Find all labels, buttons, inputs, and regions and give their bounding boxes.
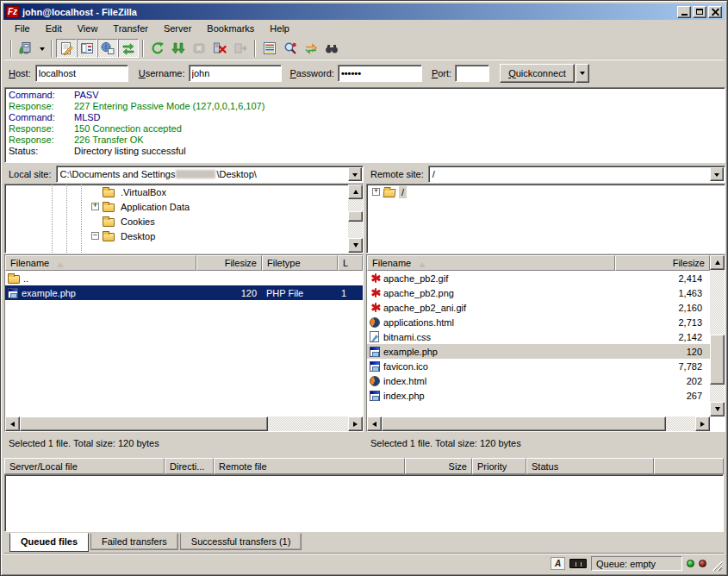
column-header-filesize[interactable]: Filesize: [196, 255, 262, 271]
file-row[interactable]: index.php 267: [367, 388, 710, 403]
encryption-indicator-icon[interactable]: [569, 559, 587, 568]
file-row-parent-dir[interactable]: ..: [5, 271, 363, 285]
expand-icon[interactable]: [91, 203, 99, 210]
tree-item-virtualbox[interactable]: .VirtualBox: [5, 185, 363, 199]
menu-edit[interactable]: Edit: [38, 22, 70, 35]
file-row-example-php[interactable]: example.php 120: [367, 344, 710, 359]
column-header-size[interactable]: Size: [405, 458, 472, 474]
scroll-left-button[interactable]: [367, 416, 382, 431]
column-header-filetype[interactable]: Filetype: [262, 255, 338, 271]
remote-site-dropdown-button[interactable]: [710, 167, 724, 181]
menu-help[interactable]: Help: [262, 22, 297, 35]
tree-item-desktop[interactable]: Desktop: [5, 229, 363, 243]
file-row[interactable]: favicon.ico 7,782: [367, 359, 710, 373]
refresh-button[interactable]: [147, 39, 168, 58]
filter-icon: [263, 41, 277, 55]
data-type-indicator-icon[interactable]: [551, 557, 565, 570]
filter-button[interactable]: [259, 39, 280, 58]
file-row[interactable]: applications.html 2,713: [367, 315, 710, 329]
collapse-icon[interactable]: [91, 232, 99, 240]
transfer-queue-icon: [121, 41, 135, 55]
menu-transfer[interactable]: Transfer: [105, 22, 156, 35]
local-tree-scrollbar[interactable]: [348, 185, 363, 253]
scrollbar-thumb[interactable]: [710, 335, 725, 385]
minimize-button[interactable]: [677, 6, 691, 18]
scroll-up-button[interactable]: [348, 185, 363, 199]
binoculars-icon: [325, 41, 339, 55]
menu-file[interactable]: File: [7, 22, 38, 35]
file-row[interactable]: apache_pb2.gif 2,414: [367, 271, 710, 285]
remote-list-vscrollbar[interactable]: [710, 255, 725, 416]
toggle-local-tree-button[interactable]: [77, 39, 97, 58]
expand-icon[interactable]: [372, 188, 380, 196]
toolbar-separator: [51, 40, 53, 57]
menu-view[interactable]: View: [70, 22, 106, 35]
site-manager-dropdown-button[interactable]: [36, 39, 47, 58]
scroll-down-button[interactable]: [348, 238, 363, 253]
compare-icon: [283, 41, 297, 55]
process-queue-button[interactable]: [168, 39, 189, 58]
remote-site-combo[interactable]: /: [428, 166, 725, 183]
process-queue-icon: [171, 41, 185, 55]
local-site-dropdown-button[interactable]: [348, 167, 362, 181]
scrollbar-thumb[interactable]: [348, 211, 363, 222]
password-label: Password:: [290, 68, 334, 78]
synchronized-browsing-button[interactable]: [301, 39, 321, 58]
menu-server[interactable]: Server: [156, 22, 199, 35]
scroll-down-button[interactable]: [710, 402, 725, 416]
scroll-right-button[interactable]: [348, 416, 363, 431]
file-row-example-php[interactable]: example.php 120 PHP File 1: [5, 285, 363, 300]
scrollbar-thumb[interactable]: [20, 416, 268, 431]
toggle-transfer-queue-button[interactable]: [118, 39, 139, 58]
resize-grip[interactable]: [711, 560, 722, 571]
find-files-button[interactable]: [321, 39, 342, 58]
file-row[interactable]: index.html 202: [367, 373, 710, 388]
toggle-message-log-button[interactable]: [56, 39, 77, 58]
local-list-hscrollbar[interactable]: [5, 416, 363, 431]
menu-bookmarks[interactable]: Bookmarks: [199, 22, 262, 35]
column-header-last-modified[interactable]: L: [338, 255, 363, 271]
close-button[interactable]: [708, 6, 722, 18]
column-header-server-local-file[interactable]: Server/Local file: [4, 458, 165, 474]
file-row[interactable]: bitnami.css 2,142: [367, 329, 710, 344]
cancel-operation-button[interactable]: [189, 39, 209, 58]
scroll-up-button[interactable]: [710, 255, 725, 270]
column-header-direction[interactable]: Directi...: [165, 458, 214, 474]
tree-item-root[interactable]: /: [367, 185, 725, 199]
php-file-icon: [370, 391, 380, 401]
tree-item-application-data[interactable]: Application Data: [5, 199, 363, 214]
scroll-right-button[interactable]: [695, 416, 710, 431]
password-input[interactable]: [338, 65, 422, 82]
quickconnect-button[interactable]: Quickconnect: [500, 64, 575, 83]
username-input[interactable]: [189, 65, 282, 82]
tab-failed-transfers[interactable]: Failed transfers: [90, 533, 178, 550]
reconnect-button[interactable]: [230, 39, 251, 58]
file-row[interactable]: apache_pb2_ani.gif 2,160: [367, 300, 710, 315]
tab-successful-transfers[interactable]: Successful transfers (1): [180, 533, 302, 550]
site-manager-button[interactable]: [16, 39, 36, 58]
local-site-combo[interactable]: C:\Documents and Settings\Desktop\: [56, 166, 364, 183]
arrow-left-icon: [8, 422, 15, 427]
port-input[interactable]: [455, 65, 489, 82]
column-header-filename[interactable]: Filename: [5, 255, 196, 271]
apache-image-icon: [370, 302, 381, 313]
sort-ascending-icon: [57, 259, 64, 267]
tab-queued-files[interactable]: Queued files: [9, 533, 89, 552]
host-input[interactable]: [35, 65, 128, 82]
column-header-priority[interactable]: Priority: [472, 458, 526, 474]
column-header-filesize[interactable]: Filesize: [615, 255, 710, 271]
tree-item-cookies[interactable]: Cookies: [5, 214, 363, 229]
maximize-button[interactable]: [693, 6, 706, 18]
remote-list-hscrollbar[interactable]: [367, 416, 710, 431]
toggle-remote-tree-button[interactable]: [97, 39, 118, 58]
column-header-status[interactable]: Status: [526, 458, 654, 474]
column-header-filename[interactable]: Filename: [367, 255, 615, 271]
scroll-left-button[interactable]: [5, 416, 20, 431]
disconnect-button[interactable]: [209, 39, 230, 58]
compare-directories-button[interactable]: [280, 39, 301, 58]
file-row[interactable]: apache_pb2.png 1,463: [367, 285, 710, 300]
column-header-remote-file[interactable]: Remote file: [214, 458, 405, 474]
queue-header: Server/Local file Directi... Remote file…: [4, 458, 724, 474]
quickconnect-dropdown-button[interactable]: [576, 64, 589, 83]
scrollbar-thumb[interactable]: [382, 416, 666, 431]
